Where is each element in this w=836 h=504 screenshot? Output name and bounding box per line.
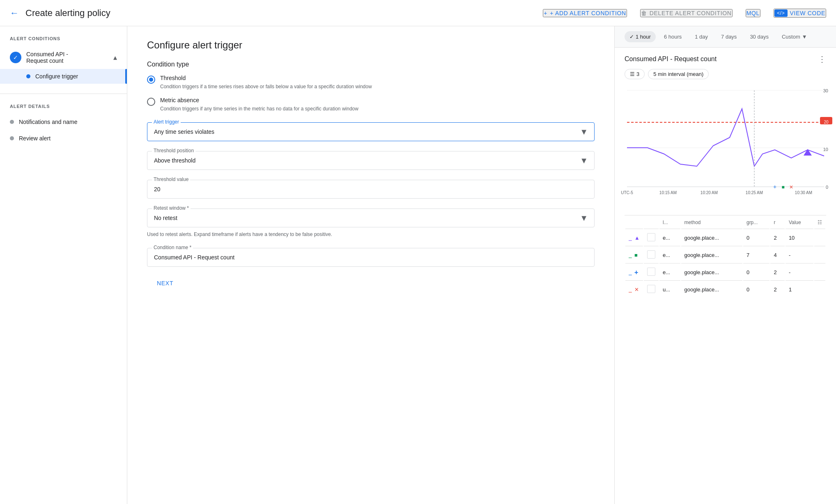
metric-absence-radio-button[interactable] xyxy=(147,98,155,106)
gray-dot-icon-2 xyxy=(10,136,14,140)
col-value: - xyxy=(785,247,813,263)
series-icon-cell: ⎯ ▲ xyxy=(625,230,643,246)
row-checkbox[interactable] xyxy=(647,233,655,241)
row-checkbox-4[interactable] xyxy=(647,285,655,293)
table-header-columns[interactable]: ☷ xyxy=(814,216,825,229)
content-area: Configure alert trigger Condition type T… xyxy=(127,26,614,504)
add-alert-condition-button[interactable]: + + ADD ALERT CONDITION xyxy=(543,9,627,17)
checkbox-cell[interactable] xyxy=(644,230,659,246)
threshold-radio-option[interactable]: Threshold Condition triggers if a time s… xyxy=(147,75,595,90)
code-icon: </> xyxy=(774,9,787,17)
time-btn-1hour[interactable]: ✓ 1 hour xyxy=(625,31,656,42)
time-btn-7days[interactable]: 7 days xyxy=(716,31,742,42)
sidebar-item-configure-trigger[interactable]: Configure trigger xyxy=(0,69,127,84)
checkbox-cell[interactable] xyxy=(644,247,659,263)
alert-conditions-label: ALERT CONDITIONS xyxy=(0,36,127,46)
checkbox-cell[interactable] xyxy=(644,264,659,281)
col-grp: 0 xyxy=(743,230,769,246)
trash-icon: 🗑 xyxy=(641,10,647,16)
threshold-value-label: Threshold value xyxy=(152,176,190,182)
line-dash-icon: ⎯ xyxy=(629,286,632,293)
chart-title-row: Consumed API - Request count ⋮ xyxy=(625,54,826,64)
line-dash-icon: ⎯ xyxy=(629,269,632,275)
sidebar-item-notifications[interactable]: Notifications and name xyxy=(0,114,127,130)
threshold-option-content: Threshold Condition triggers if a time s… xyxy=(160,75,372,90)
svg-text:10:20 AM: 10:20 AM xyxy=(700,190,718,195)
svg-marker-10 xyxy=(804,149,812,156)
sidebar-item-label: Consumed API - Request count xyxy=(26,51,68,64)
table-row: ⎯ ▲ e... google.place... 0 2 10 xyxy=(625,230,825,246)
threshold-radio-button[interactable] xyxy=(147,76,155,84)
series-icon-cell: ⎯ + xyxy=(625,264,643,281)
interval-button[interactable]: 5 min interval (mean) xyxy=(648,69,709,79)
col-r: 2 xyxy=(770,264,785,281)
col-grp: 7 xyxy=(743,247,769,263)
delete-alert-condition-button[interactable]: 🗑 DELETE ALERT CONDITION xyxy=(640,9,733,17)
retest-window-label: Retest window * xyxy=(152,205,191,211)
table-row: ⎯ ✕ u... google.place... 0 2 1 xyxy=(625,282,825,298)
filter-count-button[interactable]: ☰ 3 xyxy=(625,69,645,79)
col-l: e... xyxy=(659,230,680,246)
plus-icon: + xyxy=(634,269,638,276)
col-method: google.place... xyxy=(681,282,742,298)
col-value: - xyxy=(785,264,813,281)
col-value: 10 xyxy=(785,230,813,246)
svg-text:10:30 AM: 10:30 AM xyxy=(795,190,812,195)
chart-controls: ☰ 3 5 min interval (mean) xyxy=(625,69,826,79)
svg-text:+: + xyxy=(773,183,776,190)
time-btn-custom[interactable]: Custom ▼ xyxy=(777,31,812,42)
col-r: 2 xyxy=(770,282,785,298)
svg-text:✕: ✕ xyxy=(789,184,793,190)
table-row: ⎯ ■ e... google.place... 7 4 - xyxy=(625,247,825,263)
svg-text:10:15 AM: 10:15 AM xyxy=(659,190,677,195)
time-range-bar: ✓ 1 hour 6 hours 1 day 7 days 30 days Cu… xyxy=(615,26,836,48)
col-method: google.place... xyxy=(681,264,742,281)
alert-trigger-select[interactable]: Any time series violates xyxy=(147,122,595,141)
row-checkbox-3[interactable] xyxy=(647,268,655,276)
col-grp: 0 xyxy=(743,264,769,281)
time-btn-30days[interactable]: 30 days xyxy=(745,31,774,42)
sidebar-item-review-alert[interactable]: Review alert xyxy=(0,130,127,147)
col-l: e... xyxy=(659,264,680,281)
review-alert-label: Review alert xyxy=(19,135,51,142)
col-method: google.place... xyxy=(681,247,742,263)
time-btn-1day[interactable]: 1 day xyxy=(690,31,713,42)
retest-helper-text: Used to retest alerts. Expand timeframe … xyxy=(147,231,595,238)
configure-trigger-label: Configure trigger xyxy=(35,73,78,80)
columns-icon[interactable]: ☷ xyxy=(818,220,822,225)
sidebar-item-consumed-api[interactable]: ✓ Consumed API - Request count ▴ xyxy=(0,46,127,69)
threshold-position-select[interactable]: Above threshold xyxy=(147,151,595,170)
chart-table: l... method grp... r Value ☷ xyxy=(625,215,826,298)
row-checkbox-2[interactable] xyxy=(647,250,655,259)
alert-trigger-label: Alert trigger xyxy=(152,119,181,125)
view-code-button[interactable]: </> VIEW CODE xyxy=(774,9,826,18)
svg-text:10:25 AM: 10:25 AM xyxy=(746,190,763,195)
metric-absence-radio-label: Metric absence xyxy=(160,97,358,103)
mql-button[interactable]: MQL xyxy=(746,9,760,17)
table-header-grp: grp... xyxy=(743,216,769,229)
table-header-checkbox xyxy=(644,216,659,229)
threshold-position-field: Threshold position Above threshold ▼ xyxy=(147,151,595,170)
more-options-icon[interactable]: ⋮ xyxy=(818,54,826,64)
table-header-l: l... xyxy=(659,216,680,229)
condition-name-input[interactable] xyxy=(147,248,595,267)
alert-details-label: ALERT DETAILS xyxy=(0,104,127,114)
svg-text:■: ■ xyxy=(781,184,784,190)
col-value: 1 xyxy=(785,282,813,298)
metric-absence-radio-option[interactable]: Metric absence Condition triggers if any… xyxy=(147,97,595,112)
back-button[interactable]: ← xyxy=(10,8,19,18)
checkbox-cell[interactable] xyxy=(644,282,659,298)
filter-icon: ☰ xyxy=(630,71,635,77)
svg-text:UTC-5: UTC-5 xyxy=(621,190,633,195)
threshold-value-input[interactable] xyxy=(147,180,595,199)
time-btn-6hours[interactable]: 6 hours xyxy=(659,31,687,42)
alert-trigger-select-wrapper: Any time series violates ▼ xyxy=(147,122,595,141)
checkmark-icon: ✓ xyxy=(629,34,634,40)
svg-text:20: 20 xyxy=(824,120,829,124)
retest-window-select-wrapper: No retest ▼ xyxy=(147,208,595,227)
next-button[interactable]: NEXT xyxy=(147,277,183,290)
condition-name-field: Condition name * xyxy=(147,248,595,267)
check-icon: ✓ xyxy=(10,52,21,63)
triangle-icon: ▲ xyxy=(634,235,640,241)
retest-window-select[interactable]: No retest xyxy=(147,208,595,227)
